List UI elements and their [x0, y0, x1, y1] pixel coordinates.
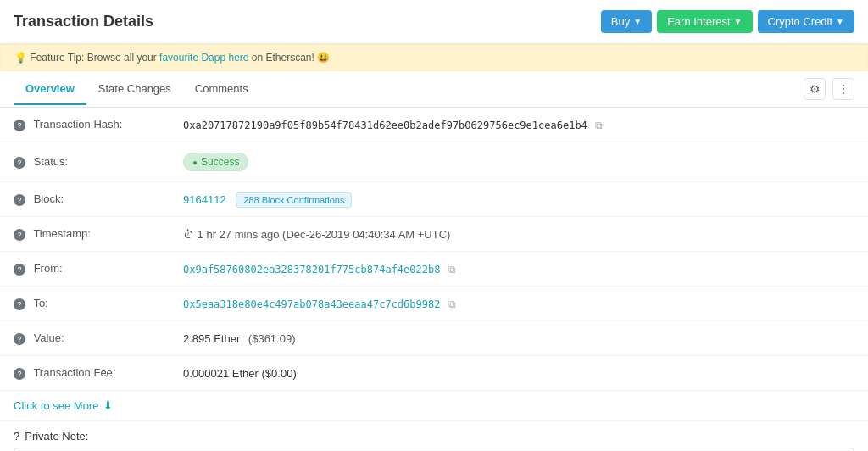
to-row: ? To: 0x5eaa318e80e4c497ab078a43eeaa47c7… — [0, 287, 868, 321]
private-note-section: ? Private Note: — [0, 421, 868, 451]
from-help-icon[interactable]: ? — [14, 264, 25, 276]
earn-arrow-icon: ▼ — [734, 17, 743, 26]
page-header: Transaction Details Buy ▼ Earn Interest … — [0, 0, 868, 44]
tab-comments[interactable]: Comments — [183, 74, 260, 105]
buy-button[interactable]: Buy ▼ — [601, 10, 652, 33]
tab-icons: ⚙ ⋮ — [804, 71, 854, 107]
tx-hash-copy-icon[interactable]: ⧉ — [595, 120, 603, 131]
header-buttons: Buy ▼ Earn Interest ▼ Crypto Credit ▼ — [601, 10, 854, 33]
private-note-help-icon[interactable]: ? — [14, 430, 19, 443]
from-value-cell: 0x9af58760802ea328378201f775cb874af4e022… — [170, 252, 868, 287]
from-row: ? From: 0x9af58760802ea328378201f775cb87… — [0, 252, 868, 287]
feature-tip-bar: 💡 Feature Tip: Browse all your favourite… — [0, 44, 868, 71]
status-badge: Success — [183, 153, 248, 171]
details-table: ? Transaction Hash: 0xa20717872190a9f05f… — [0, 108, 868, 391]
tx-hash-help-icon[interactable]: ? — [14, 120, 25, 131]
value-ether: 2.895 Ether — [183, 332, 240, 345]
to-value-cell: 0x5eaa318e80e4c497ab078a43eeaa47c7cd6b99… — [170, 287, 868, 321]
fee-help-icon[interactable]: ? — [14, 368, 25, 380]
tx-hash-value-cell: 0xa20717872190a9f05f89b54f78431d62ee0b2a… — [170, 108, 868, 142]
value-value-cell: 2.895 Ether ($361.09) — [170, 321, 868, 356]
block-value-cell: 9164112 288 Block Confirmations — [170, 182, 868, 217]
value-usd: ($361.09) — [248, 332, 296, 345]
settings-icon-button[interactable]: ⚙ — [804, 78, 826, 100]
tx-hash-row: ? Transaction Hash: 0xa20717872190a9f05f… — [0, 108, 868, 142]
timestamp-help-icon[interactable]: ? — [14, 229, 25, 241]
to-copy-icon[interactable]: ⧉ — [448, 298, 456, 310]
private-note-input[interactable] — [14, 448, 854, 451]
to-address-link[interactable]: 0x5eaa318e80e4c497ab078a43eeaa47c7cd6b99… — [183, 298, 440, 310]
buy-arrow-icon: ▼ — [633, 17, 642, 26]
status-label-cell: ? Status: — [0, 142, 170, 182]
block-number-link[interactable]: 9164112 — [183, 193, 226, 206]
value-label-cell: ? Value: — [0, 321, 170, 356]
block-confirmations-badge: 288 Block Confirmations — [236, 192, 352, 208]
fee-label-cell: ? Transaction Fee: — [0, 356, 170, 391]
earn-interest-button[interactable]: Earn Interest ▼ — [657, 10, 752, 33]
to-help-icon[interactable]: ? — [14, 298, 25, 310]
fee-row: ? Transaction Fee: 0.000021 Ether ($0.00… — [0, 356, 868, 391]
timestamp-row: ? Timestamp: ⏱ 1 hr 27 mins ago (Dec-26-… — [0, 217, 868, 252]
value-row: ? Value: 2.895 Ether ($361.09) — [0, 321, 868, 356]
status-row: ? Status: Success — [0, 142, 868, 182]
click-more-button[interactable]: Click to see More ⬇ — [0, 391, 868, 421]
block-help-icon[interactable]: ? — [14, 194, 25, 206]
tx-hash-value: 0xa20717872190a9f05f89b54f78431d62ee0b2a… — [183, 120, 587, 131]
from-label-cell: ? From: — [0, 252, 170, 287]
private-note-label-row: ? Private Note: — [14, 430, 854, 443]
fee-value-cell: 0.000021 Ether ($0.00) — [170, 356, 868, 391]
tab-state-changes[interactable]: State Changes — [86, 74, 183, 105]
value-help-icon[interactable]: ? — [14, 333, 25, 345]
main-container: Overview State Changes Comments ⚙ ⋮ ? Tr… — [0, 71, 868, 451]
crypto-credit-button[interactable]: Crypto Credit ▼ — [758, 10, 854, 33]
tabs-left: Overview State Changes Comments — [14, 74, 260, 105]
private-note-label: Private Note: — [25, 430, 88, 443]
tab-overview[interactable]: Overview — [14, 74, 86, 105]
click-more-arrow-icon: ⬇ — [103, 399, 113, 412]
more-options-button[interactable]: ⋮ — [832, 78, 854, 100]
status-help-icon[interactable]: ? — [14, 157, 25, 169]
block-row: ? Block: 9164112 288 Block Confirmations — [0, 182, 868, 217]
timestamp-label-cell: ? Timestamp: — [0, 217, 170, 252]
timestamp-value-cell: ⏱ 1 hr 27 mins ago (Dec-26-2019 04:40:34… — [170, 217, 868, 252]
dapp-link[interactable]: favourite Dapp here — [159, 52, 248, 64]
from-copy-icon[interactable]: ⧉ — [448, 264, 456, 276]
tabs-bar: Overview State Changes Comments ⚙ ⋮ — [0, 71, 868, 108]
block-label-cell: ? Block: — [0, 182, 170, 217]
to-label-cell: ? To: — [0, 287, 170, 321]
from-address-link[interactable]: 0x9af58760802ea328378201f775cb874af4e022… — [183, 264, 440, 276]
tx-hash-label-cell: ? Transaction Hash: — [0, 108, 170, 142]
crypto-arrow-icon: ▼ — [836, 17, 844, 26]
status-value-cell: Success — [170, 142, 868, 182]
page-title: Transaction Details — [14, 13, 153, 31]
